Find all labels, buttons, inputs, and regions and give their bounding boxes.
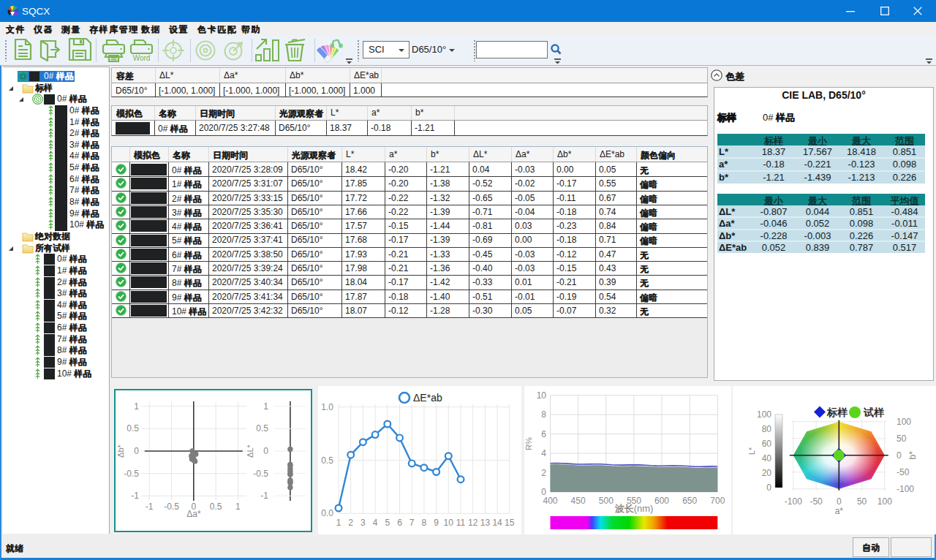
svg-text:b*: b* <box>907 451 918 460</box>
svg-text:10: 10 <box>444 518 454 528</box>
svg-text:-100: -100 <box>785 496 802 507</box>
svg-text:1: 1 <box>336 518 341 528</box>
svg-text:7: 7 <box>410 518 415 528</box>
svg-text:1: 1 <box>134 401 139 412</box>
svg-text:400: 400 <box>543 496 557 506</box>
svg-text:波长(nm): 波长(nm) <box>615 503 654 514</box>
svg-text:1.0: 1.0 <box>321 402 333 412</box>
svg-text:600: 600 <box>654 496 669 506</box>
svg-text:4: 4 <box>541 448 546 458</box>
svg-text:650: 650 <box>682 496 697 506</box>
svg-text:ΔL*: ΔL* <box>246 444 254 457</box>
svg-text:-1: -1 <box>131 491 139 501</box>
svg-text:9: 9 <box>434 518 439 528</box>
svg-text:ΔE*ab: ΔE*ab <box>413 392 442 404</box>
svg-text:0.0: 0.0 <box>321 508 333 518</box>
svg-text:50: 50 <box>857 496 867 507</box>
svg-text:a*: a* <box>835 506 844 516</box>
svg-text:14: 14 <box>492 518 502 528</box>
svg-text:13: 13 <box>480 518 491 528</box>
svg-text:0: 0 <box>897 450 902 461</box>
svg-text:2: 2 <box>348 518 353 528</box>
svg-text:0.5: 0.5 <box>256 423 268 434</box>
svg-text:8: 8 <box>422 518 427 528</box>
svg-text:1: 1 <box>263 401 268 412</box>
svg-text:-0.5: -0.5 <box>164 502 179 512</box>
svg-text:5: 5 <box>385 518 390 528</box>
svg-text:0: 0 <box>263 446 268 456</box>
svg-text:-0.5: -0.5 <box>253 469 268 479</box>
svg-text:4: 4 <box>373 518 378 528</box>
svg-text:-50: -50 <box>809 496 823 507</box>
svg-text:Δb*: Δb* <box>116 444 125 457</box>
svg-text:-1: -1 <box>146 502 154 512</box>
svg-text:11: 11 <box>456 518 466 528</box>
svg-text:500: 500 <box>599 496 614 506</box>
svg-text:0.5: 0.5 <box>127 423 139 434</box>
svg-text:-1: -1 <box>260 491 268 501</box>
svg-text:700: 700 <box>710 496 725 506</box>
svg-text:Δa*: Δa* <box>186 509 201 519</box>
svg-text:-100: -100 <box>897 484 914 494</box>
svg-text:12: 12 <box>468 518 478 528</box>
svg-text:R%: R% <box>524 437 533 450</box>
svg-text:100: 100 <box>897 417 911 427</box>
svg-text:0: 0 <box>837 496 842 507</box>
svg-text:6: 6 <box>397 518 402 528</box>
svg-text:0: 0 <box>134 446 139 456</box>
svg-text:0.5: 0.5 <box>210 502 222 512</box>
svg-text:Word: Word <box>133 54 151 62</box>
svg-text:-50: -50 <box>897 467 910 477</box>
svg-text:2: 2 <box>541 468 546 478</box>
svg-text:8: 8 <box>541 409 546 420</box>
svg-text:-0.5: -0.5 <box>124 469 139 479</box>
svg-text:50: 50 <box>897 434 907 444</box>
svg-text:0: 0 <box>541 487 546 497</box>
svg-text:3: 3 <box>361 518 366 528</box>
svg-text:15: 15 <box>505 518 515 528</box>
svg-text:1: 1 <box>235 502 241 512</box>
svg-text:10: 10 <box>537 390 547 401</box>
svg-text:0.5: 0.5 <box>321 455 333 466</box>
svg-text:100: 100 <box>878 496 892 507</box>
svg-text:450: 450 <box>571 496 586 506</box>
svg-text:6: 6 <box>541 429 546 439</box>
